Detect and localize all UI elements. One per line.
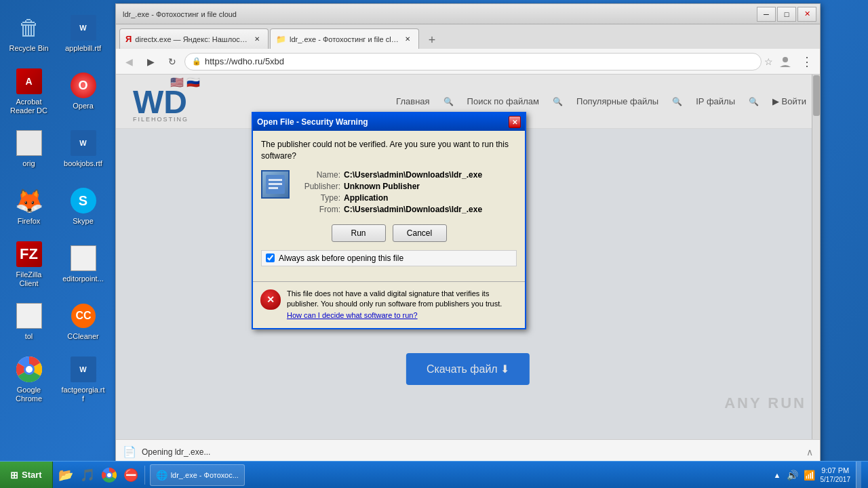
start-icon: ⊞ bbox=[10, 470, 18, 481]
always-ask-checkbox[interactable] bbox=[266, 253, 275, 262]
tab-favicon-2: 📁 bbox=[276, 35, 286, 44]
desktop-icon-ccleaner[interactable]: CC CCleaner bbox=[58, 295, 108, 349]
taskbar-error-button[interactable]: ⛔ bbox=[121, 466, 140, 485]
svg-rect-15 bbox=[269, 187, 278, 189]
tab-close-2[interactable]: ✕ bbox=[402, 34, 413, 45]
start-label: Start bbox=[22, 470, 42, 480]
menu-button[interactable]: ⋮ bbox=[797, 52, 816, 71]
dialog-close-button[interactable]: ✕ bbox=[509, 116, 521, 128]
window-title: ldr_.exe - Фотохостинг и file cloud bbox=[119, 10, 237, 18]
desktop-icon-tol[interactable]: tol bbox=[3, 295, 54, 349]
download-bar-expand-button[interactable]: ∧ bbox=[806, 447, 813, 458]
close-button[interactable]: ✕ bbox=[797, 7, 816, 22]
taskbar-media-button[interactable]: 🎵 bbox=[78, 466, 97, 485]
run-button[interactable]: Run bbox=[332, 224, 386, 242]
browser-window: ldr_.exe - Фотохостинг и file cloud ─ □ … bbox=[115, 3, 821, 464]
desktop-icon-firefox[interactable]: 🦊 Firefox bbox=[3, 180, 54, 234]
file-publisher-row: Publisher: Unknown Publisher bbox=[296, 182, 517, 191]
clock-time: 9:07 PM bbox=[821, 466, 851, 475]
desktop-icon-applebill[interactable]: W applebill.rtf bbox=[58, 7, 108, 61]
cancel-button[interactable]: Cancel bbox=[393, 224, 447, 242]
dialog-warning-section: ✕ This file does not have a valid digita… bbox=[253, 281, 525, 328]
maximize-button[interactable]: □ bbox=[777, 7, 796, 22]
from-value: C:\Users\admin\Downloads\ldr_.exe bbox=[344, 205, 482, 214]
taskbar: ⊞ Start 📂 🎵 bbox=[0, 461, 868, 488]
svg-point-2 bbox=[26, 366, 33, 373]
clock-date: 5/17/2017 bbox=[821, 475, 851, 484]
desktop-icon-factgeorgia[interactable]: W factgeorgia.rtf bbox=[58, 352, 108, 407]
profile-button[interactable] bbox=[776, 52, 795, 71]
type-label: Type: bbox=[296, 193, 340, 203]
download-bar: 📄 Opening ldr_.exe... ∧ bbox=[116, 439, 820, 464]
security-help-link[interactable]: How can I decide what software to run? bbox=[287, 310, 518, 321]
refresh-button[interactable]: ↻ bbox=[163, 52, 182, 71]
svg-point-9 bbox=[783, 57, 788, 62]
desktop-icon-editorpoint[interactable]: editorpoint... bbox=[58, 237, 108, 291]
speaker-icon[interactable]: 🔊 bbox=[787, 470, 798, 481]
taskbar-explorer-button[interactable]: 📂 bbox=[56, 466, 75, 485]
dialog-file-icon bbox=[261, 170, 290, 199]
browser-content: 🇺🇸 🇷🇺 WD FILEHOSTING Главная bbox=[116, 75, 820, 439]
bookmark-button[interactable]: ☆ bbox=[764, 56, 773, 67]
system-clock[interactable]: 9:07 PM 5/17/2017 bbox=[821, 466, 851, 484]
start-button[interactable]: ⊞ Start bbox=[0, 462, 53, 489]
warning-text: This file does not have a valid digital … bbox=[287, 289, 518, 321]
security-dialog: Open File - Security Warning ✕ The publi… bbox=[252, 112, 526, 329]
desktop-icon-filezilla[interactable]: FZ FileZilla Client bbox=[3, 237, 54, 291]
show-hidden-tray-button[interactable]: ▲ bbox=[774, 471, 781, 479]
dialog-titlebar: Open File - Security Warning ✕ bbox=[253, 113, 525, 131]
taskbar-chrome-button[interactable] bbox=[100, 466, 119, 485]
download-bar-icon: 📄 bbox=[123, 445, 136, 458]
desktop-icon-acrobat[interactable]: A Acrobat Reader DC bbox=[3, 64, 54, 119]
address-text: https://wdho.ru/5xbd bbox=[205, 56, 754, 66]
always-ask-label: Always ask before opening this file bbox=[279, 253, 403, 263]
new-tab-button[interactable]: + bbox=[422, 31, 441, 49]
file-from-row: From: C:\Users\admin\Downloads\ldr_.exe bbox=[296, 205, 517, 214]
dialog-overlay: Open File - Security Warning ✕ The publi… bbox=[116, 75, 820, 439]
address-bar-row: ◀ ▶ ↻ 🔒 https://wdho.ru/5xbd ☆ ⋮ bbox=[116, 49, 820, 75]
title-bar: ldr_.exe - Фотохостинг и file cloud ─ □ … bbox=[116, 4, 820, 24]
warning-icon: ✕ bbox=[260, 289, 281, 310]
dialog-buttons: Run Cancel bbox=[261, 224, 517, 242]
desktop-icon-bookjobs[interactable]: W bookjobs.rtf bbox=[58, 122, 108, 176]
always-ask-checkbox-row: Always ask before opening this file bbox=[261, 250, 517, 266]
warning-text-content: This file does not have a valid digital … bbox=[287, 289, 502, 308]
tab-1[interactable]: Я directx.exe — Яндекс: Нашлось 2 т... ✕ bbox=[119, 28, 269, 49]
publisher-label: Publisher: bbox=[296, 182, 340, 191]
tab-2[interactable]: 📁 ldr_.exe - Фотохостинг и file cloud ✕ bbox=[270, 28, 419, 49]
desktop-icon-skype[interactable]: S Skype bbox=[58, 180, 108, 234]
dialog-body: The publisher could not be verified. Are… bbox=[253, 131, 525, 281]
taskbar-item-label: ldr_.exe - Фотохос... bbox=[171, 471, 239, 479]
dialog-file-details: Name: C:\Users\admin\Downloads\ldr_.exe … bbox=[296, 170, 517, 216]
publisher-value: Unknown Publisher bbox=[344, 182, 420, 191]
tab-favicon-1: Я bbox=[125, 34, 132, 44]
file-type-row: Type: Application bbox=[296, 193, 517, 203]
desktop-icon-opera[interactable]: O Opera bbox=[58, 64, 108, 119]
tabs-bar: Я directx.exe — Яндекс: Нашлось 2 т... ✕… bbox=[116, 24, 820, 49]
title-bar-controls: ─ □ ✕ bbox=[757, 7, 816, 22]
dialog-file-info: Name: C:\Users\admin\Downloads\ldr_.exe … bbox=[261, 170, 517, 216]
svg-rect-13 bbox=[269, 179, 282, 181]
forward-button[interactable]: ▶ bbox=[141, 52, 160, 71]
network-icon[interactable]: 📶 bbox=[804, 470, 815, 481]
dialog-title: Open File - Security Warning bbox=[257, 117, 368, 127]
tab-title-2: ldr_.exe - Фотохостинг и file cloud bbox=[290, 35, 399, 43]
warning-shield-icon: ✕ bbox=[260, 289, 281, 310]
taskbar-item-icon: 🌐 bbox=[156, 470, 167, 481]
from-label: From: bbox=[296, 205, 340, 214]
lock-icon: 🔒 bbox=[192, 57, 201, 66]
file-name-row: Name: C:\Users\admin\Downloads\ldr_.exe bbox=[296, 170, 517, 180]
tab-close-1[interactable]: ✕ bbox=[252, 34, 262, 45]
desktop-icon-orig[interactable]: orig bbox=[3, 122, 54, 176]
minimize-button[interactable]: ─ bbox=[757, 7, 776, 22]
back-button[interactable]: ◀ bbox=[119, 52, 138, 71]
taskbar-browser-item[interactable]: 🌐 ldr_.exe - Фотохос... bbox=[150, 464, 245, 486]
taskbar-tray: ▲ 🔊 📶 9:07 PM 5/17/2017 bbox=[767, 462, 868, 489]
show-desktop-button[interactable] bbox=[856, 462, 861, 489]
svg-text:CC: CC bbox=[75, 310, 92, 321]
address-box[interactable]: 🔒 https://wdho.ru/5xbd bbox=[184, 53, 762, 70]
desktop-icon-chrome[interactable]: Google Chrome bbox=[3, 352, 54, 407]
type-value: Application bbox=[344, 193, 388, 203]
dialog-warning-text: The publisher could not be verified. Are… bbox=[261, 139, 517, 162]
desktop-icon-recycle-bin[interactable]: 🗑 Recycle Bin bbox=[3, 7, 54, 61]
